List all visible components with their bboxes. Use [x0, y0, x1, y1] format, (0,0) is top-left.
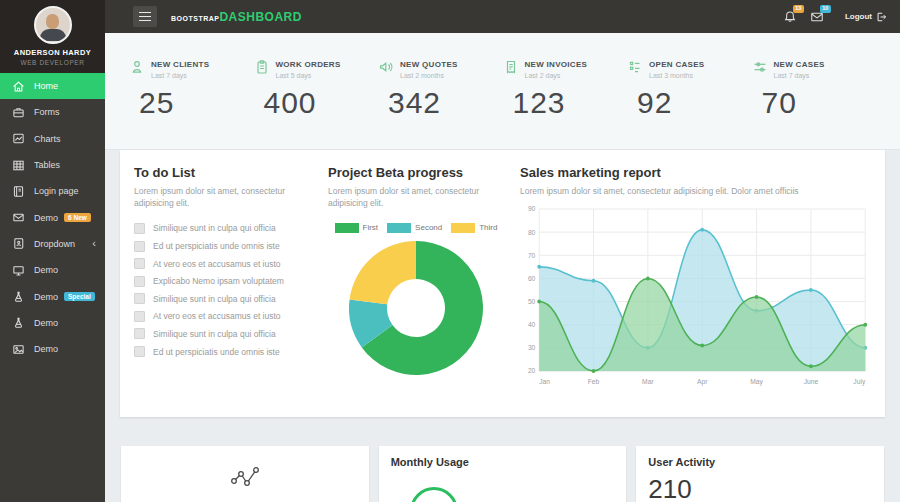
usage-gauge-arc — [410, 487, 458, 502]
svg-text:June: June — [804, 378, 819, 385]
notifications-count-badge: 13 — [793, 5, 804, 13]
todo-checkbox[interactable] — [134, 276, 145, 287]
sidebar-item-demo-5[interactable]: Demo — [0, 336, 105, 362]
sidebar-item-demo-4[interactable]: Demo — [0, 310, 105, 336]
svg-text:Apr: Apr — [697, 378, 708, 386]
person-icon — [129, 59, 145, 75]
stat-new-clients: NEW CLIENTS Last 7 days 25 — [129, 59, 254, 149]
legend-item: Second — [387, 223, 442, 233]
todo-widget: To do List Lorem ipsum dolor sit amet, c… — [134, 165, 314, 417]
donut-title: Project Beta progress — [328, 165, 504, 180]
svg-text:Feb: Feb — [588, 378, 600, 385]
svg-text:30: 30 — [528, 345, 536, 352]
stats-row: NEW CLIENTS Last 7 days 25 WORK ORDERS L… — [105, 33, 900, 150]
sidebar-item-home[interactable]: Home — [0, 73, 105, 99]
clipboard-icon — [254, 59, 270, 75]
stat-period: Last 2 months — [400, 72, 458, 79]
stat-title: OPEN CASES — [649, 59, 704, 69]
menu-toggle-button[interactable] — [133, 6, 157, 27]
svg-text:Mar: Mar — [642, 378, 654, 385]
topbar-actions: 13 10 Logout — [783, 10, 900, 24]
stat-value: 400 — [264, 86, 379, 120]
user-name: ANDERSON HARDY — [0, 48, 105, 57]
todo-checkbox[interactable] — [134, 223, 145, 234]
todo-checkbox[interactable] — [134, 241, 145, 252]
sidebar-item-dropdown[interactable]: Dropdown ‹ — [0, 231, 105, 257]
stat-open-cases: OPEN CASES Last 3 months 92 — [627, 59, 752, 149]
new-badge: 6 New — [64, 213, 91, 222]
svg-text:60: 60 — [528, 275, 536, 282]
user-activity-title: User Activity — [636, 446, 884, 468]
todo-item: Ed ut perspiciatis unde omnis iste — [134, 237, 314, 255]
sparkline-card — [121, 446, 369, 502]
todo-checkbox[interactable] — [134, 311, 145, 322]
sidebar-item-demo-2[interactable]: Demo — [0, 257, 105, 283]
brand-name: DASHBOARD — [219, 10, 302, 24]
stat-period: Last 3 months — [649, 72, 704, 79]
messages-button[interactable]: 10 — [810, 10, 824, 24]
todo-checkbox[interactable] — [134, 293, 145, 304]
avatar — [34, 6, 72, 44]
todo-checkbox[interactable] — [134, 346, 145, 357]
area-chart: 9080706050403020JanFebMarAprMayJuneJuly — [520, 201, 871, 393]
donut-legend: First Second Third — [328, 223, 504, 233]
sidebar-item-label: Charts — [34, 134, 61, 144]
todo-item: Similique sunt in culpa qui officia — [134, 290, 314, 308]
logout-button[interactable]: Logout — [845, 12, 886, 22]
todo-title: To do List — [134, 165, 314, 180]
brand-prefix: BOOTSTRAP — [171, 15, 219, 22]
charts-panel: To do List Lorem ipsum dolor sit amet, c… — [120, 150, 885, 417]
logout-label: Logout — [845, 12, 872, 21]
donut-subtitle: Lorem ipsum dolor sit amet, consectetur … — [328, 185, 504, 210]
sparkline-icon — [230, 465, 260, 489]
monitor-icon — [12, 264, 25, 277]
sidebar-item-label: Home — [34, 81, 58, 91]
stat-period: Last 5 days — [276, 72, 341, 79]
home-icon — [12, 80, 25, 93]
todo-item: At vero eos et accusamus et iusto — [134, 308, 314, 326]
notifications-button[interactable]: 13 — [783, 10, 797, 24]
user-role: WEB DEVELOPER — [0, 59, 105, 66]
table-icon — [12, 159, 25, 172]
main-content: NEW CLIENTS Last 7 days 25 WORK ORDERS L… — [105, 33, 900, 502]
book-icon — [12, 185, 25, 198]
area-chart-subtitle: Lorem ipsum dolor sit amet, consectetur … — [520, 185, 871, 197]
todo-label: Similique sunt in culpa qui officia — [153, 294, 276, 304]
sidebar-item-label: Demo — [34, 292, 58, 302]
sidebar-item-forms[interactable]: Forms — [0, 99, 105, 125]
stat-period: Last 7 days — [151, 72, 209, 79]
todo-subtitle: Lorem ipsum dolor sit amet, consectetur … — [134, 185, 314, 210]
sidebar-item-login-page[interactable]: Login page — [0, 178, 105, 204]
stat-value: 342 — [388, 86, 503, 120]
sidebar: ANDERSON HARDY WEB DEVELOPER Home Forms … — [0, 0, 105, 502]
svg-text:80: 80 — [528, 229, 536, 236]
todo-label: Explicabo Nemo ipsam voluptatem — [153, 276, 284, 286]
sidebar-item-tables[interactable]: Tables — [0, 152, 105, 178]
sidebar-item-label: Forms — [34, 107, 60, 117]
svg-text:40: 40 — [528, 321, 536, 328]
sidebar-item-label: Demo — [34, 318, 58, 328]
sidebar-item-charts[interactable]: Charts — [0, 126, 105, 152]
legend-swatch — [451, 223, 475, 233]
brand-logo[interactable]: BOOTSTRAP DASHBOARD — [171, 10, 302, 24]
sidebar-profile: ANDERSON HARDY WEB DEVELOPER — [0, 0, 105, 73]
svg-text:70: 70 — [528, 252, 536, 259]
sidebar-item-label: Demo — [34, 213, 58, 223]
stat-new-cases: NEW CASES Last 7 days 70 — [752, 59, 877, 149]
todo-item: At vero eos et accusamus et iusto — [134, 255, 314, 273]
svg-text:July: July — [853, 378, 865, 386]
stat-value: 25 — [139, 86, 254, 120]
sidebar-item-label: Demo — [34, 344, 58, 354]
todo-checkbox[interactable] — [134, 258, 145, 269]
stat-new-quotes: NEW QUOTES Last 2 months 342 — [378, 59, 503, 149]
stat-period: Last 7 days — [774, 72, 825, 79]
todo-label: At vero eos et accusamus et iusto — [153, 259, 281, 269]
sidebar-item-demo-1[interactable]: Demo 6 New — [0, 204, 105, 230]
todo-checkbox[interactable] — [134, 328, 145, 339]
sidebar-item-demo-3[interactable]: Demo Special — [0, 283, 105, 309]
donut-chart — [346, 238, 486, 378]
area-chart-widget: Sales marketing report Lorem ipsum dolor… — [520, 165, 871, 417]
envelope-icon — [12, 211, 25, 224]
sliders-icon — [752, 59, 768, 75]
svg-text:50: 50 — [528, 298, 536, 305]
